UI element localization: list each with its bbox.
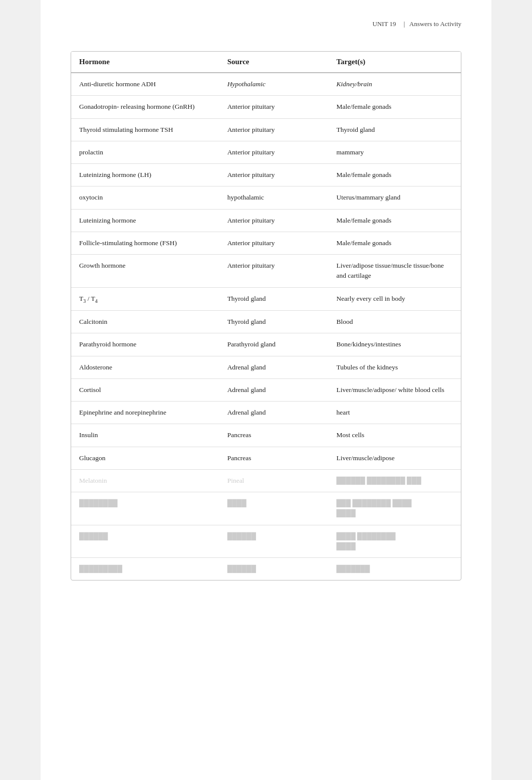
target-cell: Bone/kidneys/intestines <box>328 333 461 356</box>
hormone-cell: Follicle-stimulating hormone (FSH) <box>71 232 219 254</box>
source-cell: hypothalamic <box>219 186 329 209</box>
source-cell: Pancreas <box>219 424 329 447</box>
source-cell: Hypothalamic <box>219 73 329 96</box>
hormone-cell: prolactin <box>71 141 219 163</box>
col-header-targets: Target(s) <box>328 52 461 73</box>
hormone-cell: ████████ <box>71 492 219 525</box>
target-cell: Nearly every cell in body <box>328 287 461 311</box>
source-cell: ████ <box>219 492 329 525</box>
source-cell: Adrenal gland <box>219 402 329 424</box>
source-cell: ██████ <box>219 558 329 580</box>
table-row: CortisolAdrenal glandLiver/muscle/adipos… <box>71 378 461 401</box>
source-cell: Pineal <box>219 469 329 492</box>
target-cell: Uterus/mammary gland <box>328 186 461 209</box>
hormone-cell: Gonadotropin- releasing hormone (GnRH) <box>71 96 219 118</box>
table-row: GlucagonPancreasLiver/muscle/adipose <box>71 447 461 469</box>
table-row: CalcitoninThyroid glandBlood <box>71 311 461 333</box>
hormone-cell: Aldosterone <box>71 356 219 378</box>
table-header-row: Hormone Source Target(s) <box>71 52 461 73</box>
source-cell: Adrenal gland <box>219 356 329 378</box>
target-cell: Most cells <box>328 424 461 447</box>
target-cell: ███████ <box>328 558 461 580</box>
source-cell: Anterior pituitary <box>219 232 329 254</box>
table-row: T3 / T4Thyroid glandNearly every cell in… <box>71 287 461 311</box>
hormone-cell: Calcitonin <box>71 311 219 333</box>
target-cell: ████ ████████ ████ <box>328 525 461 558</box>
source-cell: Thyroid gland <box>219 287 329 311</box>
target-cell: mammary <box>328 141 461 163</box>
hormone-table-container: Hormone Source Target(s) Anti-diuretic h… <box>71 51 461 580</box>
hormone-table: Hormone Source Target(s) Anti-diuretic h… <box>71 52 461 580</box>
header-separator: | <box>404 20 405 28</box>
table-row: Epinephrine and norepinephrineAdrenal gl… <box>71 402 461 424</box>
source-cell: Pancreas <box>219 447 329 469</box>
hormone-cell: █████████ <box>71 558 219 580</box>
target-cell: Thyroid gland <box>328 118 461 141</box>
col-header-source: Source <box>219 52 329 73</box>
source-cell: Thyroid gland <box>219 311 329 333</box>
table-row: ███████████████ ████████ ████ ████ <box>71 492 461 525</box>
target-cell: Male/female gonads <box>328 164 461 186</box>
hormone-cell: Cortisol <box>71 378 219 401</box>
table-row: AldosteroneAdrenal glandTubules of the k… <box>71 356 461 378</box>
hormone-cell: Insulin <box>71 424 219 447</box>
table-row: Thyroid stimulating hormone TSHAnterior … <box>71 118 461 141</box>
hormone-cell: T3 / T4 <box>71 287 219 311</box>
hormone-cell: ██████ <box>71 525 219 558</box>
target-cell: Kidney/brain <box>328 73 461 96</box>
source-cell: Anterior pituitary <box>219 209 329 232</box>
table-row: ██████████████████████ <box>71 558 461 580</box>
header-title: Answers to Activity <box>409 20 461 28</box>
source-cell: Anterior pituitary <box>219 164 329 186</box>
target-cell: Tubules of the kidneys <box>328 356 461 378</box>
unit-label: UNIT 19 <box>373 20 396 28</box>
source-cell: Anterior pituitary <box>219 141 329 163</box>
source-cell: Anterior pituitary <box>219 96 329 118</box>
table-row: Follicle-stimulating hormone (FSH)Anteri… <box>71 232 461 254</box>
hormone-cell: Parathyroid hormone <box>71 333 219 356</box>
hormone-cell: Growth hormone <box>71 255 219 288</box>
source-cell: Adrenal gland <box>219 378 329 401</box>
source-cell: Anterior pituitary <box>219 255 329 288</box>
target-cell: Liver/muscle/adipose/ white blood cells <box>328 378 461 401</box>
target-cell: heart <box>328 402 461 424</box>
hormone-cell: Thyroid stimulating hormone TSH <box>71 118 219 141</box>
col-header-hormone: Hormone <box>71 52 219 73</box>
page-header: UNIT 19 | Answers to Activity <box>71 20 461 31</box>
target-cell: ██████ ████████ ███ <box>328 469 461 492</box>
hormone-cell: Luteinizing hormone <box>71 209 219 232</box>
table-row: prolactinAnterior pituitarymammary <box>71 141 461 163</box>
table-row: ████████████████ ████████ ████ <box>71 525 461 558</box>
target-cell: ███ ████████ ████ ████ <box>328 492 461 525</box>
page: UNIT 19 | Answers to Activity Hormone So… <box>41 0 491 780</box>
table-row: MelatoninPineal██████ ████████ ███ <box>71 469 461 492</box>
source-cell: ██████ <box>219 525 329 558</box>
hormone-cell: oxytocin <box>71 186 219 209</box>
table-row: Gonadotropin- releasing hormone (GnRH)An… <box>71 96 461 118</box>
target-cell: Liver/adipose tissue/muscle tissue/bone … <box>328 255 461 288</box>
source-cell: Parathyroid gland <box>219 333 329 356</box>
source-cell: Anterior pituitary <box>219 118 329 141</box>
target-cell: Male/female gonads <box>328 96 461 118</box>
table-row: Luteinizing hormoneAnterior pituitaryMal… <box>71 209 461 232</box>
hormone-cell: Luteinizing hormone (LH) <box>71 164 219 186</box>
table-row: InsulinPancreasMost cells <box>71 424 461 447</box>
target-cell: Male/female gonads <box>328 232 461 254</box>
target-cell: Male/female gonads <box>328 209 461 232</box>
table-row: Parathyroid hormoneParathyroid glandBone… <box>71 333 461 356</box>
hormone-cell: Glucagon <box>71 447 219 469</box>
target-cell: Liver/muscle/adipose <box>328 447 461 469</box>
table-row: Luteinizing hormone (LH)Anterior pituita… <box>71 164 461 186</box>
target-cell: Blood <box>328 311 461 333</box>
table-row: Anti-diuretic hormone ADHHypothalamicKid… <box>71 73 461 96</box>
hormone-cell: Anti-diuretic hormone ADH <box>71 73 219 96</box>
table-row: oxytocinhypothalamicUterus/mammary gland <box>71 186 461 209</box>
table-row: Growth hormoneAnterior pituitaryLiver/ad… <box>71 255 461 288</box>
hormone-cell: Melatonin <box>71 469 219 492</box>
hormone-cell: Epinephrine and norepinephrine <box>71 402 219 424</box>
